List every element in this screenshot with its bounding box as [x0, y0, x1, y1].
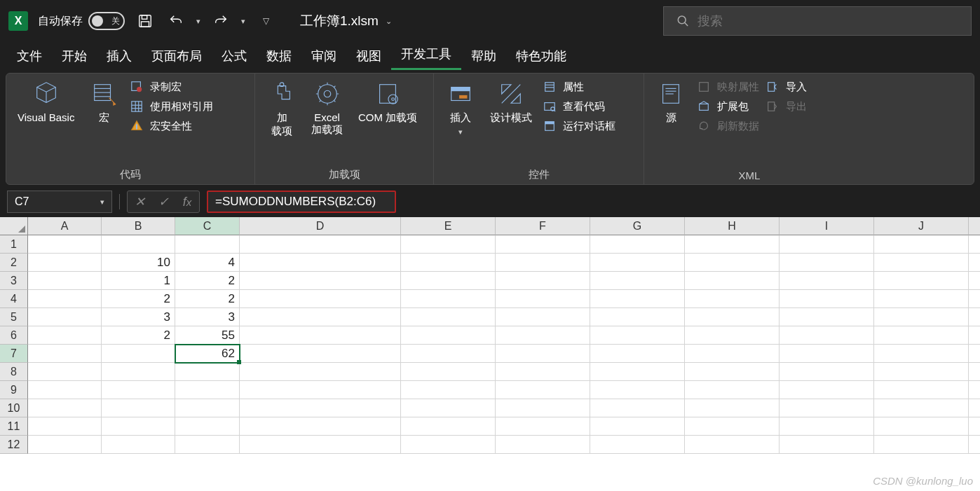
formula-input[interactable]: =SUMODDNUMBERS(B2:C6)	[207, 191, 396, 213]
cell[interactable]	[874, 235, 969, 254]
cell[interactable]	[590, 254, 685, 272]
autosave-toggle[interactable]: 自动保存 关	[38, 12, 125, 30]
cell[interactable]	[590, 399, 685, 417]
cell[interactable]	[590, 326, 685, 345]
select-all-corner[interactable]	[0, 217, 28, 235]
chevron-down-icon[interactable]: ▾	[241, 17, 245, 26]
col-header[interactable]: C	[175, 217, 240, 235]
cell[interactable]	[685, 399, 780, 417]
chevron-down-icon[interactable]: ▾	[196, 17, 200, 26]
cell[interactable]	[496, 308, 590, 326]
cell[interactable]	[102, 381, 175, 399]
cell[interactable]	[496, 436, 590, 454]
cell[interactable]	[401, 290, 496, 308]
tab-home[interactable]: 开始	[52, 42, 97, 70]
cell[interactable]	[102, 399, 175, 417]
cell[interactable]	[175, 417, 240, 436]
cell[interactable]	[102, 235, 175, 254]
row-header[interactable]: 11	[0, 417, 28, 436]
excel-addins-button[interactable]: Excel 加载项	[307, 78, 347, 138]
cell[interactable]	[780, 363, 874, 381]
row-header[interactable]: 10	[0, 399, 28, 417]
cell[interactable]	[240, 308, 401, 326]
cell[interactable]	[969, 436, 980, 454]
cell[interactable]	[685, 272, 780, 290]
tab-features[interactable]: 特色功能	[506, 42, 576, 70]
cell[interactable]	[240, 254, 401, 272]
expansion-pack-button[interactable]: 扩展包	[696, 99, 759, 114]
run-dialog-button[interactable]: 运行对话框	[542, 118, 615, 134]
cell[interactable]	[685, 308, 780, 326]
cell[interactable]	[685, 326, 780, 345]
cell[interactable]	[685, 436, 780, 454]
cell[interactable]	[874, 290, 969, 308]
cell[interactable]	[780, 345, 874, 363]
tab-help[interactable]: 帮助	[461, 42, 506, 70]
cell[interactable]	[28, 326, 102, 345]
cell[interactable]	[685, 345, 780, 363]
row-header[interactable]: 8	[0, 363, 28, 381]
cell[interactable]	[401, 417, 496, 436]
cell[interactable]	[496, 345, 590, 363]
cell[interactable]	[780, 290, 874, 308]
cell[interactable]	[240, 290, 401, 308]
cell[interactable]: 2	[102, 290, 175, 308]
cell[interactable]	[401, 363, 496, 381]
cell[interactable]	[874, 436, 969, 454]
tab-file[interactable]: 文件	[7, 42, 52, 70]
cell[interactable]	[780, 272, 874, 290]
cell[interactable]	[969, 272, 980, 290]
cell[interactable]	[969, 399, 980, 417]
col-header[interactable]: H	[685, 217, 780, 235]
cell[interactable]	[496, 235, 590, 254]
cell[interactable]	[496, 363, 590, 381]
addins-button[interactable]: 加 载项	[262, 78, 301, 139]
cell[interactable]	[102, 436, 175, 454]
cell[interactable]	[685, 235, 780, 254]
cell[interactable]	[28, 399, 102, 417]
tab-developer[interactable]: 开发工具	[391, 40, 461, 70]
row-header[interactable]: 4	[0, 290, 28, 308]
cell[interactable]	[969, 363, 980, 381]
col-header[interactable]: K	[969, 217, 980, 235]
cell[interactable]	[969, 381, 980, 399]
cell[interactable]	[28, 235, 102, 254]
cell[interactable]	[969, 235, 980, 254]
cell[interactable]	[590, 381, 685, 399]
xml-source-button[interactable]: 源	[651, 78, 690, 126]
cell[interactable]	[28, 436, 102, 454]
cell[interactable]	[780, 399, 874, 417]
cell[interactable]	[496, 417, 590, 436]
undo-button[interactable]	[165, 11, 186, 32]
cell[interactable]	[102, 345, 175, 363]
cell[interactable]	[240, 363, 401, 381]
cell[interactable]	[780, 308, 874, 326]
cell[interactable]	[496, 290, 590, 308]
cell[interactable]	[685, 290, 780, 308]
cell[interactable]	[874, 381, 969, 399]
accept-formula-button[interactable]: ✓	[151, 194, 175, 209]
cell[interactable]	[780, 235, 874, 254]
cell[interactable]	[28, 363, 102, 381]
cell[interactable]	[240, 235, 401, 254]
filename[interactable]: 工作簿1.xlsm ⌄	[300, 12, 392, 30]
cell[interactable]	[780, 381, 874, 399]
cell[interactable]	[28, 417, 102, 436]
cell[interactable]	[240, 345, 401, 363]
cell[interactable]	[780, 326, 874, 345]
cell[interactable]	[175, 381, 240, 399]
cell[interactable]: 62	[175, 345, 240, 363]
cell[interactable]	[240, 326, 401, 345]
col-header[interactable]: F	[496, 217, 590, 235]
cell[interactable]	[685, 254, 780, 272]
toggle-switch[interactable]: 关	[88, 12, 125, 30]
cell[interactable]	[401, 381, 496, 399]
relative-ref-button[interactable]: 使用相对引用	[129, 99, 213, 114]
row-header[interactable]: 7	[0, 345, 28, 363]
tab-view[interactable]: 视图	[346, 42, 391, 70]
cell[interactable]: 2	[175, 290, 240, 308]
cell[interactable]	[590, 272, 685, 290]
cell[interactable]	[496, 254, 590, 272]
cell[interactable]: 1	[102, 272, 175, 290]
cell[interactable]	[240, 417, 401, 436]
